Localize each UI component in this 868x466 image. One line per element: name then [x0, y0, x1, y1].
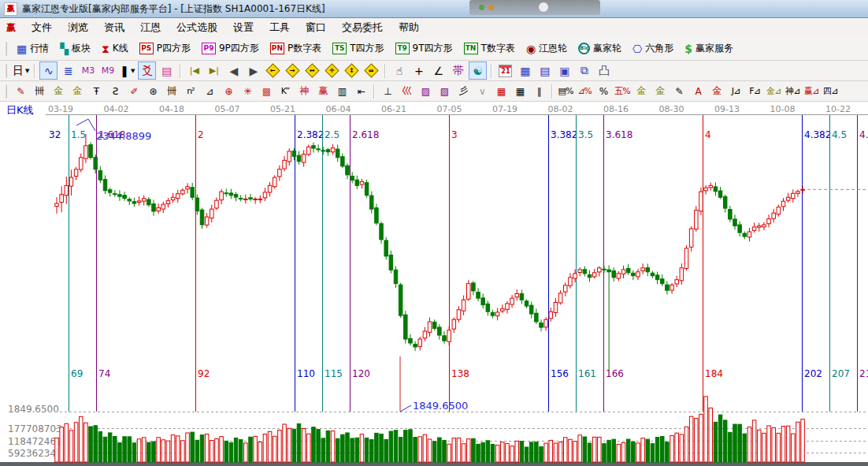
menu-item-browse[interactable]: 浏览 — [60, 19, 96, 36]
info-list-button[interactable]: ≣ — [59, 62, 77, 80]
sectors-button[interactable]: ▚板块 — [54, 39, 96, 58]
five-percent-tool[interactable]: 五% — [614, 84, 631, 99]
market-quotes-button[interactable]: ▦行情 — [11, 39, 54, 58]
ying-angle-tool[interactable]: 赢⊿ — [803, 84, 820, 99]
volume-bar — [714, 422, 718, 462]
time-lines-tool-2[interactable]: 卌 — [163, 84, 180, 99]
gold-angle-tool[interactable]: 金⊿ — [765, 84, 782, 99]
gold-grid-tool-1[interactable]: 金 — [50, 84, 67, 99]
shen-angle-tool[interactable]: 神⊿ — [784, 84, 801, 99]
abacus-tool[interactable]: ▥ — [333, 84, 351, 99]
period-selector[interactable]: 日▼ — [12, 62, 30, 80]
kline-chart-canvas[interactable]: 日K线 03-1904-0204-1805-0705-2106-0406-210… — [0, 102, 868, 466]
gold-lines-tool[interactable]: 金 — [651, 84, 669, 99]
menu-item-news[interactable]: 资讯 — [96, 19, 132, 36]
chip-button[interactable]: 爻 — [138, 62, 156, 80]
ma9-button[interactable]: M9 — [98, 62, 117, 80]
drag-hand-button[interactable]: ☝ — [390, 62, 408, 80]
9t-square-button[interactable]: T99T四方形 — [390, 39, 458, 58]
pen-grid-tool[interactable]: ✐ — [125, 84, 143, 99]
next-button[interactable]: ▶ — [244, 62, 262, 80]
percent-triangle-tool[interactable]: ⊿% — [576, 84, 593, 99]
expand-right-button[interactable]: → — [284, 62, 302, 80]
ying-grid-tool[interactable]: 赢 — [314, 84, 332, 99]
k-mark-tool[interactable]: K” — [276, 84, 294, 99]
menu-item-tools[interactable]: 工具 — [262, 19, 298, 36]
print-button[interactable]: 凸 — [595, 62, 613, 80]
j-angle-tool[interactable]: J⊿ — [727, 84, 744, 99]
right-angle-tool[interactable]: ⊥ — [379, 84, 396, 99]
n-square-tool[interactable]: n² — [182, 84, 199, 99]
v-expand-button[interactable]: ↕ — [343, 62, 361, 80]
first-page-button[interactable]: |◀ — [185, 62, 203, 80]
menu-item-help[interactable]: 帮助 — [391, 19, 427, 36]
kline-button[interactable]: ⧗K线 — [96, 39, 134, 58]
notebook-button[interactable]: ▤ — [536, 62, 554, 80]
shen-grid-tool[interactable]: 神 — [295, 84, 313, 99]
grid-red-tool[interactable]: ▦ — [492, 84, 510, 99]
rays-box-tool-1[interactable]: ▨ — [417, 84, 434, 99]
calculator-button[interactable]: ▦ — [516, 62, 534, 80]
star-web-tool[interactable]: ✳ — [239, 84, 256, 99]
expand-all-button[interactable]: ✛ — [323, 62, 341, 80]
angle-ruler-tool[interactable]: ⊿ — [201, 84, 218, 99]
ma3-button[interactable]: M3 — [79, 62, 97, 80]
f-angle-tool[interactable]: F⊿ — [746, 84, 763, 99]
check-lines-tool[interactable]: ∨ — [473, 84, 491, 99]
crosshair-button[interactable]: + — [410, 62, 428, 80]
menu-item-file[interactable]: 文件 — [24, 19, 60, 36]
gold-circle-tool[interactable]: 金 — [632, 84, 650, 99]
f-grid-tool[interactable]: Ŧ — [87, 84, 105, 99]
menu-item-trade-entrust[interactable]: 交易委托 — [334, 19, 391, 36]
time-lines-tool[interactable]: 卌 — [31, 84, 48, 99]
percent-tool[interactable]: % — [595, 84, 612, 99]
curve-button[interactable]: ∿ — [39, 62, 57, 80]
four-angle-tool[interactable]: 四⊿ — [822, 84, 839, 99]
save-button[interactable]: ▣ — [555, 62, 573, 80]
percent-bars-tool[interactable]: ▤% — [557, 84, 574, 99]
menu-item-formula-select[interactable]: 公式选股 — [169, 19, 225, 36]
p-number-table-button[interactable]: PNP数字表 — [265, 39, 327, 58]
red-pen-tool[interactable]: ✎ — [12, 84, 29, 99]
gold-underline-tool[interactable]: 金 — [708, 84, 725, 99]
prev-button[interactable]: ◀ — [224, 62, 243, 80]
calendar-button[interactable]: 21 — [496, 62, 514, 80]
toolbar-grip[interactable] — [5, 64, 7, 78]
t-number-table-button[interactable]: TNT数字表 — [458, 39, 521, 58]
hexagon-button[interactable]: ⎔六角形 — [627, 39, 679, 58]
circle3-tool[interactable]: ⊛ — [144, 84, 161, 99]
target-circle-tool[interactable]: ⊕ — [220, 84, 237, 99]
marker-button[interactable]: 帯 — [449, 62, 467, 80]
h-expand-button[interactable]: ↔ — [303, 62, 321, 80]
arc-tool[interactable]: Ƨ — [106, 84, 124, 99]
p-square-button[interactable]: PSP四方形 — [134, 39, 196, 58]
winner-wheel-button[interactable]: Big赢家轮 — [573, 39, 627, 58]
volume-profile-button[interactable]: ▤ — [158, 62, 176, 80]
span-ruler-tool[interactable]: ⇤ — [352, 84, 369, 99]
wave-button[interactable]: ☯ — [469, 62, 487, 80]
network-button[interactable]: ⧉ — [575, 62, 593, 80]
last-page-button[interactable]: ▶| — [205, 62, 223, 80]
parallel-lines-tool[interactable]: ∥ — [530, 84, 547, 99]
t-square-button[interactable]: TST四方形 — [327, 39, 389, 58]
a-waves-tool[interactable]: A — [689, 84, 707, 99]
angle-button[interactable]: ∠ — [429, 62, 447, 80]
web-box-tool[interactable]: ▩ — [258, 84, 275, 99]
candle-style-button[interactable]: ❚▼ — [118, 62, 136, 80]
red-rays-tool[interactable]: 巛 — [398, 84, 415, 99]
rays-box-tool-2[interactable]: ▧ — [436, 84, 453, 99]
9p-square-button[interactable]: P99P四方形 — [196, 39, 265, 58]
pen-rays-tool[interactable]: 彡 — [454, 84, 472, 99]
pen-ruler-tool[interactable]: ✎ — [670, 84, 688, 99]
grid-black-tool[interactable]: ▦ — [511, 84, 529, 99]
shrink-left-button[interactable]: ← — [264, 62, 282, 80]
winner-service-button[interactable]: $赢家服务 — [679, 39, 739, 58]
toolbar-grip[interactable] — [5, 84, 7, 99]
menu-item-settings[interactable]: 设置 — [225, 19, 262, 36]
toolbar-grip[interactable] — [5, 42, 7, 56]
h-compress-button[interactable]: ⇔ — [362, 62, 380, 80]
menu-item-window[interactable]: 窗口 — [298, 19, 334, 36]
gann-wheel-button[interactable]: ◉江恩轮 — [521, 39, 573, 58]
menu-item-gann[interactable]: 江恩 — [132, 19, 169, 36]
gold-grid-tool-2[interactable]: 金 — [69, 84, 86, 99]
